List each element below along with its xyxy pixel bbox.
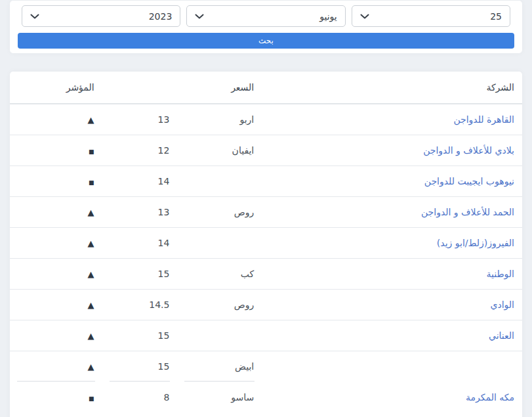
price-value-cell: 15 bbox=[102, 351, 178, 382]
table-row: بلادي للأعلاف و الدواجنايفيان12■ bbox=[10, 135, 522, 165]
table-row: مكه المكرمةساسو8■ bbox=[10, 382, 522, 412]
price-value: 14.5 bbox=[149, 299, 169, 310]
company-cell: الفيروز(زلط/ابو زيد) bbox=[262, 227, 522, 258]
price-value-cell: 15 bbox=[102, 258, 178, 289]
day-select-value: 25 bbox=[490, 11, 502, 22]
indicator-flat-icon: ■ bbox=[89, 148, 94, 155]
company-cell: بلادي للأعلاف و الدواجن bbox=[262, 135, 522, 165]
price-value-cell: 14 bbox=[102, 227, 178, 258]
company-link[interactable]: الحمد للأعلاف و الدواجن bbox=[421, 207, 514, 217]
search-button[interactable]: بحث bbox=[18, 33, 514, 49]
company-cell: الحمد للأعلاف و الدواجن bbox=[262, 196, 522, 227]
price-value: 12 bbox=[158, 145, 170, 156]
indicator-up-icon: ▲ bbox=[88, 238, 94, 248]
table-header-row: الشركة السعر المؤشر bbox=[10, 72, 522, 104]
company-cell: نيوهوب ايجيبت للدواجن bbox=[262, 165, 522, 196]
indicator-column-header: المؤشر bbox=[10, 72, 102, 104]
indicator-cell: ■ bbox=[10, 135, 102, 165]
price-type-cell bbox=[177, 165, 262, 196]
price-value: 15 bbox=[158, 330, 170, 341]
price-value: 15 bbox=[158, 269, 170, 279]
indicator-up-icon: ▲ bbox=[88, 269, 94, 279]
price-value: 15 bbox=[158, 361, 170, 372]
company-link[interactable]: الوطنية bbox=[487, 269, 515, 279]
month-select-value: يونيو bbox=[319, 11, 337, 22]
table-row: الحمد للأعلاف و الدواجنروص13▲ bbox=[10, 196, 522, 227]
indicator-cell: ▲ bbox=[10, 227, 102, 258]
price-column-header: السعر bbox=[177, 72, 262, 104]
page: 25 يونيو 2023 بحث bbox=[0, 0, 532, 417]
indicator-up-icon: ▲ bbox=[88, 115, 94, 125]
indicator-up-icon: ▲ bbox=[88, 208, 94, 217]
prices-table: الشركة السعر المؤشر القاهرة للدواجناربو1… bbox=[10, 72, 522, 412]
price-type-cell: اربو bbox=[177, 104, 262, 135]
company-column-header: الشركة bbox=[262, 72, 522, 104]
month-select[interactable]: يونيو bbox=[186, 5, 345, 27]
table-row: الوطنيةكب15▲ bbox=[10, 258, 522, 289]
company-link[interactable]: نيوهوب ايجيبت للدواجن bbox=[424, 176, 514, 187]
price-type-cell bbox=[177, 227, 262, 258]
table-row: العناني15▲ bbox=[10, 320, 522, 351]
table-row: ابيض15▲ bbox=[10, 351, 522, 382]
day-select[interactable]: 25 bbox=[352, 5, 510, 27]
indicator-cell: ■ bbox=[10, 165, 102, 196]
company-link[interactable]: الوادي bbox=[491, 299, 514, 310]
company-link[interactable]: الفيروز(زلط/ابو زيد) bbox=[437, 238, 514, 248]
company-cell: العناني bbox=[262, 320, 522, 351]
chevron-down-icon bbox=[195, 14, 204, 19]
company-link[interactable]: بلادي للأعلاف و الدواجن bbox=[423, 145, 514, 156]
company-link[interactable]: مكه المكرمة bbox=[466, 392, 514, 403]
table-row: نيوهوب ايجيبت للدواجن14■ bbox=[10, 165, 522, 196]
filter-card: 25 يونيو 2023 بحث bbox=[10, 1, 522, 53]
price-value: 8 bbox=[163, 392, 169, 403]
prices-table-card: الشركة السعر المؤشر القاهرة للدواجناربو1… bbox=[10, 72, 522, 417]
chevron-down-icon bbox=[360, 14, 369, 19]
indicator-cell: ▲ bbox=[10, 289, 102, 320]
company-cell: القاهرة للدواجن bbox=[262, 104, 522, 135]
indicator-cell: ■ bbox=[10, 382, 102, 412]
company-link[interactable]: القاهرة للدواجن bbox=[453, 114, 514, 125]
company-cell bbox=[262, 351, 522, 382]
price-value-cell: 13 bbox=[102, 196, 178, 227]
price-type-cell bbox=[177, 320, 262, 351]
price-value-cell: 12 bbox=[102, 135, 178, 165]
price-value-cell: 14 bbox=[102, 165, 178, 196]
indicator-cell: ▲ bbox=[10, 104, 102, 135]
price-value-cell: 13 bbox=[102, 104, 178, 135]
price-number-column-header bbox=[102, 72, 178, 104]
company-cell: الوطنية bbox=[262, 258, 522, 289]
indicator-cell: ▲ bbox=[10, 258, 102, 289]
price-type-cell: كب bbox=[177, 258, 262, 289]
prices-table-body: القاهرة للدواجناربو13▲بلادي للأعلاف و ال… bbox=[10, 104, 522, 412]
company-cell: مكه المكرمة bbox=[262, 382, 522, 412]
chevron-down-icon bbox=[30, 14, 39, 19]
price-value: 14 bbox=[158, 176, 170, 187]
price-value: 13 bbox=[158, 207, 170, 217]
indicator-up-icon: ▲ bbox=[88, 362, 94, 372]
price-value: 13 bbox=[158, 114, 170, 125]
price-type-cell: ساسو bbox=[177, 382, 262, 412]
price-type-cell: روص bbox=[177, 196, 262, 227]
indicator-flat-icon: ■ bbox=[89, 395, 94, 402]
price-value-cell: 8 bbox=[102, 382, 178, 412]
indicator-cell: ▲ bbox=[10, 320, 102, 351]
price-value: 14 bbox=[158, 238, 170, 248]
price-type-cell: ابيض bbox=[177, 351, 262, 382]
price-value-cell: 15 bbox=[102, 320, 178, 351]
year-select[interactable]: 2023 bbox=[22, 5, 180, 27]
indicator-up-icon: ▲ bbox=[88, 300, 94, 310]
table-row: الواديروص14.5▲ bbox=[10, 289, 522, 320]
indicator-cell: ▲ bbox=[10, 196, 102, 227]
year-select-value: 2023 bbox=[149, 11, 173, 22]
indicator-cell: ▲ bbox=[10, 351, 102, 382]
table-row: الفيروز(زلط/ابو زيد)14▲ bbox=[10, 227, 522, 258]
table-row: القاهرة للدواجناربو13▲ bbox=[10, 104, 522, 135]
date-selects-row: 25 يونيو 2023 bbox=[10, 5, 522, 27]
indicator-flat-icon: ■ bbox=[89, 179, 94, 186]
price-value-cell: 14.5 bbox=[102, 289, 178, 320]
price-type-cell: ايفيان bbox=[177, 135, 262, 165]
price-type-cell: روص bbox=[177, 289, 262, 320]
company-cell: الوادي bbox=[262, 289, 522, 320]
company-link[interactable]: العناني bbox=[489, 330, 514, 341]
indicator-up-icon: ▲ bbox=[88, 331, 94, 341]
